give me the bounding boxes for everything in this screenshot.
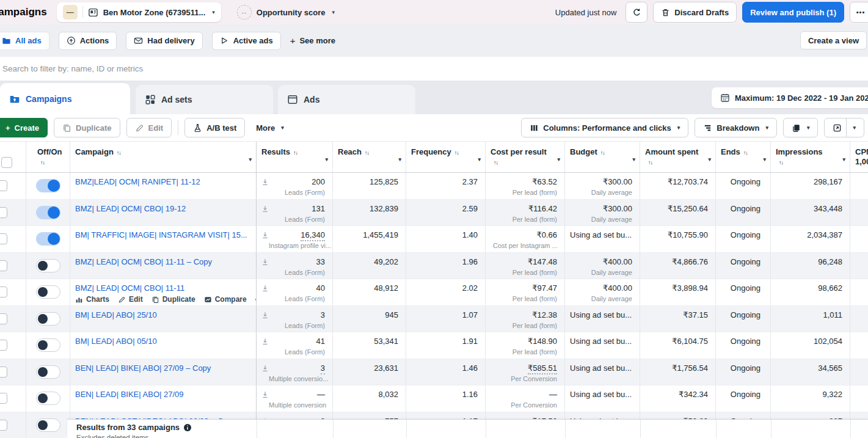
sort-icon[interactable]: ↑↓ bbox=[779, 159, 783, 166]
row-checkbox[interactable] bbox=[0, 180, 7, 191]
row-action-compare[interactable]: Compare bbox=[204, 295, 247, 304]
row-checkbox[interactable] bbox=[0, 393, 7, 404]
campaign-toggle[interactable] bbox=[36, 232, 60, 246]
column-filter-caret[interactable]: ▾ bbox=[842, 155, 845, 164]
column-filter-caret[interactable]: ▾ bbox=[763, 155, 766, 164]
sort-icon[interactable]: ↑↓ bbox=[293, 150, 297, 156]
tab-ad-sets[interactable]: Ad sets bbox=[136, 85, 273, 114]
sort-icon[interactable]: ↑↓ bbox=[365, 150, 369, 156]
export-button[interactable]: ▾ bbox=[824, 118, 864, 137]
column-header-campaign[interactable]: Campaign↑↓▾ bbox=[70, 142, 257, 172]
create-button[interactable]: +Create bbox=[0, 118, 48, 137]
campaign-link[interactable]: BMZ| LEAD| OCM| CBO| 11-11 bbox=[75, 283, 251, 293]
column-header-cpm[interactable]: CPM (cost per1,000 impressions) bbox=[850, 142, 868, 172]
review-and-publish-button[interactable]: Review and publish (1) bbox=[742, 2, 844, 23]
minimize-button[interactable]: — bbox=[63, 5, 78, 20]
see-more-button[interactable]: +See more bbox=[290, 35, 335, 46]
campaign-toggle[interactable] bbox=[36, 259, 60, 272]
campaign-toggle[interactable] bbox=[36, 365, 60, 379]
sort-icon[interactable]: ↑↓ bbox=[454, 150, 459, 156]
column-header-impressions[interactable]: Impressions↑↓▾ bbox=[771, 142, 850, 172]
download-icon[interactable] bbox=[261, 338, 269, 345]
campaign-link[interactable]: BMZ|LEAD| OCM| RANIPET| 11-12 bbox=[75, 177, 251, 186]
filter-chip-all-ads[interactable]: All ads bbox=[0, 32, 49, 50]
campaign-link[interactable]: BMZ| LEAD| OCM| CBO| 11-11 – Copy bbox=[75, 257, 251, 266]
filter-chip-had-delivery[interactable]: Had delivery bbox=[126, 32, 202, 50]
column-filter-caret[interactable]: ▾ bbox=[632, 155, 635, 164]
download-icon[interactable] bbox=[261, 205, 269, 213]
opportunity-score[interactable]: -- Opportunity score ▾ bbox=[237, 5, 335, 20]
campaign-link[interactable]: BM| LEAD| ABO| 25/10 bbox=[75, 310, 251, 319]
columns-button[interactable]: Columns: Performance and clicks▾ bbox=[521, 118, 688, 137]
download-icon[interactable] bbox=[261, 178, 269, 186]
row-checkbox[interactable] bbox=[0, 367, 7, 378]
column-filter-caret[interactable]: ▾ bbox=[249, 155, 252, 164]
download-icon[interactable] bbox=[261, 258, 269, 266]
date-range-picker[interactable]: Maximum: 19 Dec 2022 - 19 Jan 2026 bbox=[712, 87, 868, 108]
tab-campaigns[interactable]: Campaigns bbox=[0, 83, 130, 114]
info-icon[interactable] bbox=[183, 423, 192, 432]
column-header-spent[interactable]: Amount spent↑↓▾ bbox=[640, 142, 716, 172]
ab-test-button[interactable]: A/B test bbox=[184, 118, 245, 137]
column-filter-caret[interactable]: ▾ bbox=[325, 155, 328, 164]
row-checkbox[interactable] bbox=[0, 340, 7, 351]
sort-icon[interactable]: ↑↓ bbox=[600, 150, 605, 156]
duplicate-button[interactable]: Duplicate bbox=[54, 118, 120, 137]
select-all-checkbox[interactable] bbox=[1, 157, 12, 168]
campaign-link[interactable]: BEN| LEAD| BIKE| ABO| 27/09 – Copy bbox=[75, 363, 251, 373]
column-header-toggle[interactable]: Off/On↑↓ bbox=[26, 142, 70, 172]
column-header-frequency[interactable]: Frequency↑↓▾ bbox=[406, 142, 486, 172]
more-options-button[interactable]: ••• bbox=[850, 2, 868, 23]
row-checkbox[interactable] bbox=[0, 420, 7, 431]
refresh-button[interactable] bbox=[625, 2, 647, 23]
filter-chip-active-ads[interactable]: Active ads bbox=[212, 32, 281, 50]
campaign-toggle[interactable] bbox=[36, 206, 60, 219]
download-icon[interactable] bbox=[261, 365, 269, 372]
campaign-toggle[interactable] bbox=[36, 418, 60, 432]
create-a-view-button[interactable]: Create a view bbox=[800, 31, 867, 49]
sort-icon[interactable]: ↑↓ bbox=[743, 150, 748, 156]
column-filter-caret[interactable]: ▾ bbox=[708, 155, 711, 164]
reports-button[interactable]: ▾ bbox=[783, 118, 819, 137]
column-header-reach[interactable]: Reach↑↓▾ bbox=[333, 142, 406, 172]
row-action-charts[interactable]: Charts bbox=[75, 295, 109, 304]
row-action-edit[interactable]: Edit bbox=[118, 295, 143, 304]
column-header-ends[interactable]: Ends↑↓▾ bbox=[716, 142, 771, 172]
row-checkbox[interactable] bbox=[0, 287, 7, 297]
column-filter-caret[interactable]: ▾ bbox=[398, 155, 401, 164]
sort-icon[interactable]: ↑↓ bbox=[40, 159, 45, 166]
sort-icon[interactable]: ↑↓ bbox=[117, 150, 121, 156]
search-input[interactable]: Search to filter by: name, ID or metrics bbox=[0, 64, 143, 73]
discard-drafts-button[interactable]: Discard Drafts bbox=[653, 2, 737, 23]
column-header-cost[interactable]: Cost per result↑↓▾ bbox=[486, 142, 565, 172]
download-icon[interactable] bbox=[261, 285, 269, 292]
account-selector[interactable]: — Ben Motor Zone (6739511... ▾ bbox=[57, 2, 221, 22]
column-filter-caret[interactable]: ▾ bbox=[478, 155, 481, 164]
campaign-toggle[interactable] bbox=[36, 338, 60, 352]
campaign-toggle[interactable] bbox=[36, 312, 60, 326]
campaign-link[interactable]: BM| TRAFFIC| IMAGE| INSTAGRAM VISIT| 15.… bbox=[75, 230, 251, 239]
row-checkbox[interactable] bbox=[0, 207, 7, 218]
campaign-link[interactable]: BEN| LEAD| BIKE| ABO| 27/09 bbox=[75, 390, 251, 399]
column-header-results[interactable]: Results↑↓▾ bbox=[257, 142, 333, 172]
search-filter-bar[interactable]: Search to filter by: name, ID or metrics bbox=[0, 57, 868, 81]
sort-icon[interactable]: ↑↓ bbox=[494, 159, 498, 166]
row-checkbox[interactable] bbox=[0, 260, 7, 271]
campaign-toggle[interactable] bbox=[36, 179, 60, 192]
campaign-toggle[interactable] bbox=[36, 392, 60, 405]
filter-chip-actions[interactable]: Actions bbox=[59, 32, 117, 50]
edit-button[interactable]: Edit bbox=[126, 118, 172, 137]
tab-ads[interactable]: Ads bbox=[278, 85, 415, 114]
download-icon[interactable] bbox=[261, 391, 269, 398]
column-filter-caret[interactable]: ▾ bbox=[557, 155, 560, 164]
row-checkbox[interactable] bbox=[0, 313, 7, 324]
column-header-budget[interactable]: Budget↑↓▾ bbox=[565, 142, 640, 172]
download-icon[interactable] bbox=[261, 232, 269, 239]
campaign-toggle[interactable] bbox=[36, 285, 60, 299]
download-icon[interactable] bbox=[261, 312, 269, 319]
more-menu-button[interactable]: More▾ bbox=[251, 118, 289, 137]
row-action-duplicate[interactable]: Duplicate bbox=[151, 295, 195, 304]
breakdown-button[interactable]: Breakdown▾ bbox=[695, 118, 777, 137]
row-checkbox[interactable] bbox=[0, 233, 7, 244]
sort-icon[interactable]: ↑↓ bbox=[648, 159, 652, 166]
